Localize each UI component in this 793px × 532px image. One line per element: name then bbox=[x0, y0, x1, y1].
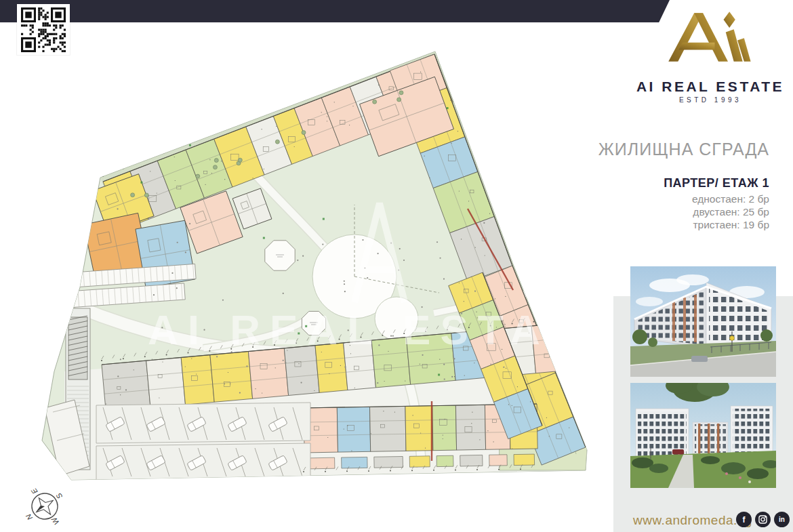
brochure-page: AI REAL ESTATE N E S W bbox=[0, 0, 793, 532]
site-plan: AI REAL ESTATE bbox=[27, 41, 603, 488]
website-link[interactable]: www.andromeda.bg bbox=[633, 513, 752, 528]
stat-three-room: тристаен: 19 бр bbox=[692, 218, 769, 231]
instagram-icon[interactable] bbox=[755, 512, 771, 527]
floor-label: ПАРТЕР/ ЕТАЖ 1 bbox=[664, 176, 769, 190]
linkedin-icon[interactable]: in bbox=[774, 512, 790, 527]
apartment-stats: едностаен: 2 бр двустаен: 25 бр тристаен… bbox=[692, 192, 769, 231]
stat-one-room: едностаен: 2 бр bbox=[692, 192, 769, 205]
compass-e: E bbox=[29, 487, 39, 495]
brand-estd: ESTD 1993 bbox=[629, 96, 792, 104]
facebook-icon[interactable]: f bbox=[736, 512, 752, 527]
top-accent-bar bbox=[0, 0, 670, 22]
compass-n: N bbox=[24, 512, 34, 521]
building-render-2 bbox=[630, 383, 776, 488]
compass-s: S bbox=[54, 491, 64, 500]
stat-two-room: двустаен: 25 бр bbox=[692, 205, 769, 218]
building-title: ЖИЛИЩНА СГРАДА bbox=[598, 140, 769, 159]
compass-icon: N E S W bbox=[18, 484, 70, 529]
building-render-1 bbox=[630, 266, 776, 377]
svg-text:AI REAL ESTATE: AI REAL ESTATE bbox=[148, 306, 603, 353]
brand-name: AI REAL ESTATE bbox=[629, 79, 792, 95]
compass-w: W bbox=[49, 515, 61, 527]
social-icons: f in bbox=[736, 512, 790, 527]
brand-logo-icon bbox=[666, 5, 754, 68]
